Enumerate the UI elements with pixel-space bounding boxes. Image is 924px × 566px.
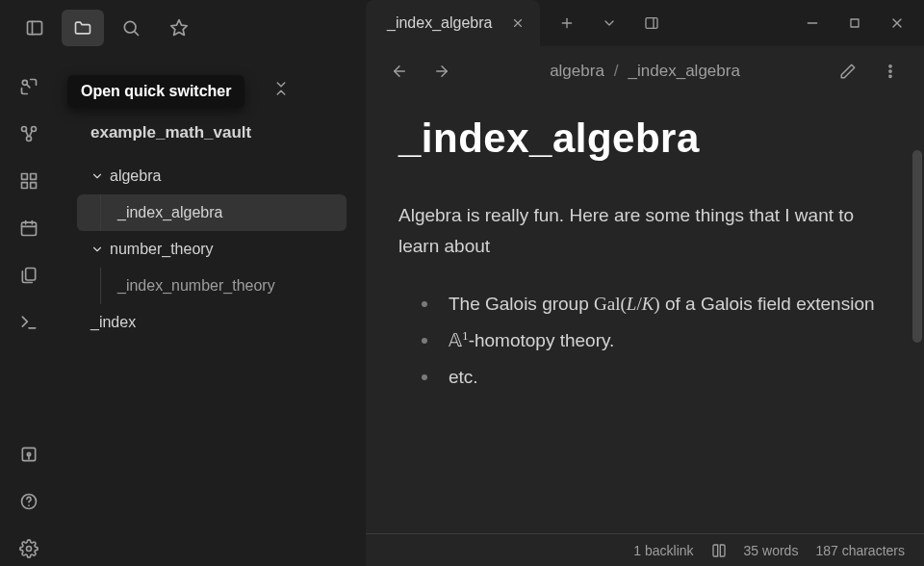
- tab-title: _index_algebra: [387, 14, 492, 32]
- svg-rect-14: [22, 183, 28, 189]
- nav-forward-button[interactable]: [425, 55, 458, 88]
- folder-label: algebra: [110, 167, 161, 185]
- pencil-icon: [839, 63, 857, 80]
- svg-line-11: [30, 131, 33, 137]
- help-button[interactable]: [10, 484, 48, 519]
- search-icon: [121, 18, 141, 38]
- svg-rect-0: [28, 21, 42, 34]
- chevron-down-icon: [90, 243, 104, 256]
- terminal-icon: [19, 313, 38, 332]
- note-title[interactable]: _index_algebra: [398, 116, 891, 162]
- list-item[interactable]: 𝔸1-homotopy theory.: [422, 322, 891, 359]
- folder-icon: [73, 18, 92, 38]
- star-icon: [169, 18, 189, 38]
- plus-icon: [559, 15, 575, 31]
- minimize-icon: [805, 15, 820, 31]
- nav-back-button[interactable]: [383, 55, 416, 88]
- arrow-left-icon: [391, 63, 408, 80]
- window-maximize-button[interactable]: [835, 6, 874, 40]
- quick-switcher-button[interactable]: [10, 69, 48, 104]
- split-pane-button[interactable]: [632, 6, 671, 40]
- graph-view-button[interactable]: [10, 116, 48, 151]
- svg-point-9: [27, 137, 32, 142]
- file-index-root[interactable]: _index: [77, 304, 346, 341]
- close-icon: [511, 16, 525, 30]
- settings-button[interactable]: [10, 531, 48, 566]
- file-label: _index_algebra: [117, 204, 222, 221]
- svg-line-10: [26, 131, 29, 137]
- svg-rect-13: [31, 174, 37, 180]
- vault-button[interactable]: [10, 437, 48, 472]
- note-paragraph[interactable]: Algebra is really fun. Here are some thi…: [398, 200, 891, 263]
- collapse-sidebar-button[interactable]: [268, 75, 295, 102]
- breadcrumb-current[interactable]: _index_algebra: [629, 62, 740, 81]
- breadcrumb-separator: /: [614, 62, 619, 81]
- file-label: _index: [90, 314, 136, 331]
- status-chars[interactable]: 187 characters: [815, 543, 905, 558]
- canvas-icon: [19, 171, 38, 191]
- help-icon: [19, 492, 38, 511]
- vault-icon: [19, 445, 38, 464]
- tab-bar: _index_algebra: [366, 0, 924, 46]
- bookmarks-tab-button[interactable]: [158, 10, 200, 46]
- breadcrumb[interactable]: algebra / _index_algebra: [468, 62, 822, 81]
- window-close-button[interactable]: [878, 6, 916, 40]
- status-backlinks[interactable]: 1 backlink: [633, 543, 693, 558]
- note-editor[interactable]: _index_algebra Algebra is really fun. He…: [366, 96, 924, 533]
- folder-algebra[interactable]: algebra: [77, 158, 346, 194]
- sidebar-toggle-icon: [25, 18, 44, 38]
- maximize-icon: [847, 15, 862, 31]
- svg-marker-4: [171, 20, 188, 36]
- file-explorer: example_math_vault algebra _index_algebr…: [67, 116, 356, 566]
- new-tab-button[interactable]: [548, 6, 586, 40]
- canvas-button[interactable]: [10, 164, 48, 198]
- search-tab-button[interactable]: [110, 10, 152, 46]
- svg-point-40: [889, 65, 891, 67]
- templates-button[interactable]: [10, 258, 48, 293]
- svg-rect-16: [22, 222, 37, 235]
- chevron-down-icon: [90, 169, 104, 183]
- svg-point-41: [889, 70, 891, 72]
- book-icon: [711, 543, 727, 558]
- command-palette-button[interactable]: [10, 305, 48, 340]
- svg-line-3: [135, 32, 139, 36]
- file-label: _index_number_theory: [117, 277, 275, 295]
- svg-rect-20: [26, 269, 36, 281]
- list-item[interactable]: etc.: [422, 359, 891, 396]
- tooltip: Open quick switcher: [67, 75, 244, 108]
- more-options-button[interactable]: [874, 55, 907, 88]
- scrollbar-thumb[interactable]: [912, 150, 922, 343]
- note-list[interactable]: The Galois group Gal(L/K) of a Galois fi…: [398, 286, 891, 396]
- chevrons-down-up-icon: [272, 80, 290, 97]
- svg-rect-35: [851, 19, 859, 27]
- file-index-number-theory[interactable]: _index_number_theory: [77, 268, 346, 304]
- folder-number-theory[interactable]: number_theory: [77, 231, 346, 268]
- breadcrumb-parent[interactable]: algebra: [550, 62, 604, 81]
- editor-toolbar: algebra / _index_algebra: [366, 46, 924, 96]
- calendar-icon: [19, 219, 38, 238]
- svg-point-27: [27, 547, 32, 552]
- files-tab-button[interactable]: [62, 10, 104, 46]
- templates-icon: [19, 266, 38, 285]
- status-bar: 1 backlink 35 words 187 characters: [366, 533, 924, 566]
- status-words[interactable]: 35 words: [744, 543, 799, 558]
- tab-dropdown-button[interactable]: [590, 6, 629, 40]
- sidebar-toggle-button[interactable]: [13, 10, 56, 46]
- list-item[interactable]: The Galois group Gal(L/K) of a Galois fi…: [422, 286, 891, 322]
- vault-title: example_math_vault: [67, 116, 356, 158]
- window-minimize-button[interactable]: [793, 6, 832, 40]
- svg-rect-32: [646, 18, 657, 29]
- svg-rect-15: [31, 183, 37, 189]
- daily-note-button[interactable]: [10, 211, 48, 245]
- file-index-algebra[interactable]: _index_algebra: [77, 194, 346, 231]
- svg-point-2: [124, 21, 136, 33]
- edit-mode-button[interactable]: [832, 55, 864, 88]
- status-reading-mode[interactable]: [711, 543, 727, 558]
- chevron-down-icon: [602, 15, 617, 31]
- svg-line-6: [27, 85, 30, 88]
- tab-close-button[interactable]: [511, 16, 525, 30]
- close-icon: [889, 15, 905, 31]
- more-vertical-icon: [882, 63, 899, 80]
- graph-icon: [19, 124, 38, 143]
- tab-index-algebra[interactable]: _index_algebra: [366, 0, 540, 46]
